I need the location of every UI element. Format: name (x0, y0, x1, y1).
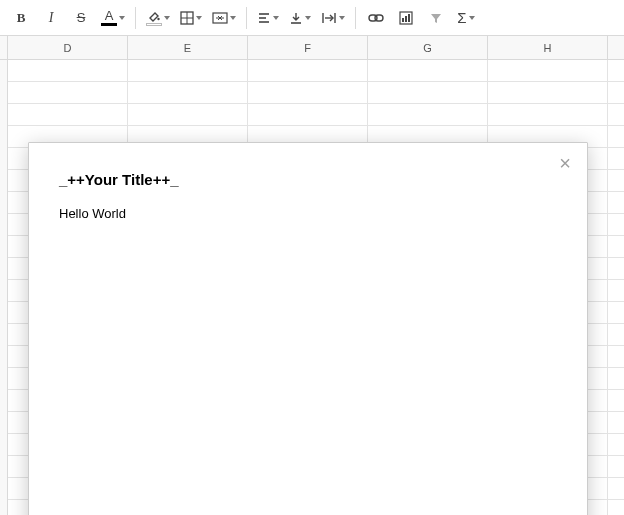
functions-button[interactable]: Σ (452, 5, 480, 31)
chevron-down-icon (339, 16, 345, 20)
toolbar-separator (355, 7, 356, 29)
filter-icon (429, 11, 443, 25)
chevron-down-icon (196, 16, 202, 20)
align-bottom-icon (289, 11, 303, 25)
corner-cell[interactable] (0, 36, 8, 59)
chevron-down-icon (469, 16, 475, 20)
italic-icon: I (49, 10, 54, 26)
text-wrap-icon (321, 11, 337, 25)
chevron-down-icon (273, 16, 279, 20)
chevron-down-icon (230, 16, 236, 20)
close-button[interactable]: × (553, 151, 577, 175)
close-icon: × (559, 152, 571, 175)
text-color-button[interactable]: A (97, 5, 129, 31)
align-left-icon (257, 11, 271, 25)
svg-rect-12 (375, 15, 383, 21)
bold-icon: B (17, 10, 26, 26)
column-header[interactable]: H (488, 36, 608, 59)
toolbar-separator (135, 7, 136, 29)
toolbar-separator (246, 7, 247, 29)
vertical-align-button[interactable] (285, 5, 315, 31)
dialog-body-text: Hello World (59, 206, 557, 221)
text-wrap-button[interactable] (317, 5, 349, 31)
strikethrough-icon: S (77, 10, 86, 25)
italic-button[interactable]: I (37, 5, 65, 31)
fill-color-icon (146, 10, 162, 26)
column-header[interactable]: D (8, 36, 128, 59)
spreadsheet-grid[interactable]: × _++Your Title++_ Hello World (0, 60, 624, 515)
horizontal-align-button[interactable] (253, 5, 283, 31)
chevron-down-icon (305, 16, 311, 20)
borders-button[interactable] (176, 5, 206, 31)
sigma-icon: Σ (457, 9, 466, 26)
dialog-title: _++Your Title++_ (59, 171, 557, 188)
bold-button[interactable]: B (7, 5, 35, 31)
chevron-down-icon (164, 16, 170, 20)
chart-icon (399, 11, 413, 25)
row-header-gutter[interactable] (0, 60, 8, 515)
insert-link-button[interactable] (362, 5, 390, 31)
sidebar-dialog: × _++Your Title++_ Hello World (28, 142, 588, 515)
chevron-down-icon (119, 16, 125, 20)
merge-cells-button[interactable] (208, 5, 240, 31)
link-icon (368, 11, 384, 25)
svg-rect-16 (408, 14, 410, 22)
strikethrough-button[interactable]: S (67, 5, 95, 31)
column-header[interactable]: F (248, 36, 368, 59)
svg-rect-15 (405, 16, 407, 22)
text-color-icon: A (101, 9, 117, 26)
borders-icon (180, 11, 194, 25)
column-header-row: D E F G H (0, 36, 624, 60)
svg-rect-14 (402, 18, 404, 22)
svg-point-0 (157, 17, 159, 19)
filter-button[interactable] (422, 5, 450, 31)
merge-cells-icon (212, 11, 228, 25)
column-header[interactable]: E (128, 36, 248, 59)
insert-chart-button[interactable] (392, 5, 420, 31)
column-header[interactable]: G (368, 36, 488, 59)
fill-color-button[interactable] (142, 5, 174, 31)
toolbar: B I S A (0, 0, 624, 36)
